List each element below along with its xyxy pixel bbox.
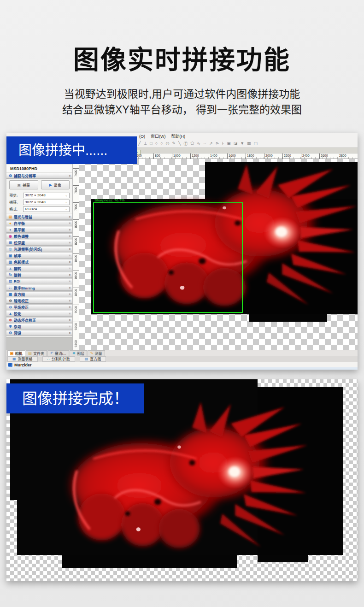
sidebar-panel-header[interactable]: ↻ 旋转 »	[6, 272, 72, 278]
tool-icon[interactable]: ▣	[227, 141, 231, 146]
field-select[interactable]: 3072 × 2048 ⌄	[23, 200, 70, 205]
panel-icon: ↻	[8, 273, 12, 277]
sidebar-panel-header[interactable]: ▲ 翻转 »	[6, 265, 72, 271]
panel-label: 暗场校正	[14, 298, 67, 303]
stitched-tile	[249, 314, 327, 322]
screenshot-stitching-complete: 图像拼接完成！	[6, 379, 358, 581]
expand-icon: »	[67, 242, 71, 243]
ruler-label: 2400	[301, 153, 319, 159]
tool-icon[interactable]: ◪	[234, 141, 238, 146]
panel-icon: ∷	[8, 286, 12, 290]
workspace-tab[interactable]: ❖ 图层	[70, 350, 87, 356]
ruler-label: 800	[153, 153, 172, 159]
tool-icon[interactable]: ◎	[166, 141, 170, 146]
panel-icon: ▲	[8, 266, 12, 271]
sidebar-panel-header[interactable]: ⊖ 平场校正 »	[6, 304, 72, 310]
page-header: 图像实时拼接功能 当视野达到极限时,用户可通过软件内图像拼接功能 结合显微镜XY…	[0, 39, 364, 118]
expand-icon: »	[67, 216, 71, 218]
sidebar-panel-header[interactable]: ⊖ 暗场校正 »	[6, 298, 72, 304]
menu-item[interactable]: 窗口(W)	[151, 133, 166, 139]
tool-icon[interactable]: ▼	[240, 141, 244, 146]
expand-icon: »	[67, 306, 71, 308]
tab-label: 相机	[15, 351, 23, 356]
ruler-label: 1800	[246, 153, 264, 159]
tool-icon[interactable]: ≃	[203, 141, 207, 146]
tool-icon[interactable]: ✎	[172, 141, 176, 146]
tool-icon[interactable]: ○	[160, 141, 163, 146]
ruler-label: 2800	[338, 153, 356, 159]
sidebar-panel-header[interactable]: ◐ 黑平衡 »	[6, 227, 72, 233]
menu-item[interactable]: 帮助(H)	[171, 133, 186, 139]
sidebar-panel-header[interactable]: ⚙ 预设 »	[6, 330, 72, 336]
field-select[interactable]: RGB24 ⌄	[23, 206, 70, 212]
tool-icon[interactable]: ⬠	[190, 141, 194, 146]
screenshot-stitching-in-progress: (O)窗口(W)帮助(H) ╱⊥□○○◎✎╲Ⓣ⬠∿≃↗⊵⊦▣◪▼▦▢ * 600…	[6, 133, 358, 370]
workspace-tab[interactable]: ▤ 文件夹	[26, 350, 47, 356]
device-name: MSD1080PHD	[6, 165, 72, 172]
tool-icon[interactable]: ▦	[247, 141, 251, 146]
chevron-down-icon: ⌄	[65, 194, 68, 197]
sidebar-panel-header[interactable]: ⊡ ROI »	[6, 278, 72, 284]
tab-icon: ▦	[12, 357, 16, 361]
tool-icon[interactable]: ↗	[209, 141, 213, 146]
panel-icon: ◎	[8, 247, 12, 251]
menu-item[interactable]: (O)	[139, 134, 145, 139]
workspace-tab[interactable]: ✎ 测量	[88, 350, 105, 356]
sidebar-panel-header[interactable]: ● 白平衡 »	[6, 220, 72, 226]
panel-label: 动态坏点校正	[14, 318, 67, 323]
expand-icon: »	[67, 222, 71, 224]
sidebar-panel-header[interactable]: ▲ 锐化 »	[6, 311, 72, 317]
camera-icon: ▣	[17, 183, 21, 187]
tool-icon[interactable]: ╲	[178, 141, 181, 146]
panel-label: 平场校正	[14, 305, 67, 310]
sidebar-panel-header[interactable]: ▦ 直方图 »	[6, 291, 72, 297]
page: 图像实时拼接功能 当视野达到极限时,用户可通过软件内图像拼接功能 结合显微镜XY…	[0, 0, 364, 607]
ruler-label: 8400	[73, 253, 79, 271]
live-capture-region-outline	[93, 202, 243, 313]
field-row: 格式: RGB24 ⌄	[6, 206, 72, 212]
tool-icon[interactable]: Ⓣ	[183, 141, 188, 147]
panel-icon: ◉	[8, 234, 12, 238]
sidebar-panel-header[interactable]: ✱ 杂项 »	[6, 324, 72, 330]
ruler-label: 7800	[73, 202, 79, 219]
ruler-label: 2600	[319, 153, 338, 159]
tool-icon[interactable]: ╱	[138, 141, 141, 146]
panel-icon: ●	[8, 221, 12, 225]
sidebar-panel-header[interactable]: ∷ 数字Binning »	[6, 285, 72, 291]
sidebar-panel-header[interactable]: ▥ 色彩模式 »	[6, 259, 72, 265]
panel-label: 杂项	[14, 324, 67, 329]
panel-label: 位深度	[14, 240, 67, 245]
tool-icon[interactable]: ▢	[254, 141, 258, 146]
sidebar-panel-header[interactable]: ▤ 曝光与增益 »	[6, 214, 72, 220]
capture-button[interactable]: ▣ 捕获	[9, 180, 38, 189]
expand-icon: »	[67, 274, 71, 276]
sidebar-panel-header[interactable]: ⊕ 动态坏点校正 »	[6, 317, 72, 323]
workspace-tab[interactable]: ▣ 相机	[7, 350, 25, 356]
tool-icon[interactable]: ⊵	[216, 141, 219, 146]
tool-icon[interactable]: ⊥	[143, 141, 147, 146]
tool-icon[interactable]: □	[150, 141, 152, 146]
expand-icon: »	[67, 325, 71, 327]
panel-header-capture-resolution[interactable]: ⚙ 捕获与分辨率 »	[6, 173, 72, 179]
tool-icon[interactable]: ∿	[197, 141, 200, 146]
sidebar-panel-header[interactable]: ▣ 帧率 »	[6, 253, 72, 259]
analysis-tab[interactable]: ∴ 分割和计数	[42, 356, 75, 362]
record-button[interactable]: ▶ 录像	[41, 180, 70, 189]
stitch-canvas[interactable]: Sharpness: 70.7%	[79, 159, 358, 350]
workspace-tab[interactable]: ↶ 撤消/...	[47, 350, 69, 356]
sidebar-panel-header[interactable]: ◉ 颜色调整 »	[6, 233, 72, 239]
ruler-label: 1200	[190, 153, 209, 159]
analysis-tab[interactable]: ▦ 测量表格	[7, 356, 38, 362]
field-value: 3072 × 2048	[25, 193, 46, 197]
tool-icon[interactable]: ○	[155, 141, 158, 146]
field-select[interactable]: 3072 × 2048 ⌄	[23, 193, 70, 198]
field-row: 捕获: 3072 × 2048 ⌄	[6, 199, 72, 206]
tool-icon[interactable]: ⊦	[222, 141, 224, 146]
expand-icon: »	[67, 293, 71, 295]
tab-icon: ❖	[72, 351, 76, 355]
panel-icon: ▲	[8, 312, 12, 316]
sidebar-panel-header[interactable]: ◎ 光源频率(防闪烁) »	[6, 246, 72, 252]
sidebar-panel-header[interactable]: ⊞ 位深度 »	[6, 240, 72, 246]
analysis-tab[interactable]: ▤ 直方图	[80, 356, 106, 362]
panel-label: 色彩模式	[14, 259, 67, 265]
